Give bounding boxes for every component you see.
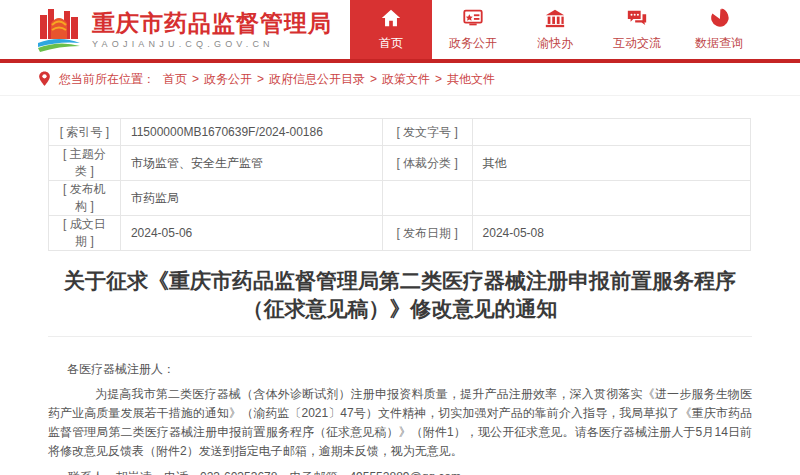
bank-icon bbox=[544, 7, 566, 29]
meta-value-written-date: 2024-05-06 bbox=[120, 216, 382, 251]
breadcrumb-item-policy-docs[interactable]: 政策文件 bbox=[382, 71, 430, 88]
meta-value-subject: 市场监管、安全生产监管 bbox=[120, 146, 382, 181]
site-header: 重庆市药品监督管理局 YAOJIANJU.CQ.GOV.CN 首页 政务公开 bbox=[0, 0, 800, 59]
meta-value-publish-date: 2024-05-08 bbox=[472, 216, 750, 251]
pie-chart-icon bbox=[708, 7, 730, 29]
body-paragraph: 为提高我市第二类医疗器械（含体外诊断试剂）注册申报资料质量，提升产品注册效率，深… bbox=[48, 385, 752, 461]
nav-tab-label: 渝快办 bbox=[537, 35, 573, 52]
nav-tab-label: 首页 bbox=[379, 35, 403, 52]
page-title: 关于征求《重庆市药品监督管理局第二类医疗器械注册申报前置服务程序（征求意见稿）》… bbox=[48, 267, 752, 323]
location-pin-icon bbox=[38, 71, 51, 87]
breadcrumb-separator: > bbox=[257, 72, 264, 86]
nav-tab-label: 政务公开 bbox=[449, 35, 497, 52]
table-row: [ 成文日期 ] 2024-05-06 [ 发布日期 ] 2024-05-08 bbox=[49, 216, 751, 251]
nav-tab-data-query[interactable]: 数据查询 bbox=[678, 0, 760, 59]
meta-label-written-date: [ 成文日期 ] bbox=[49, 216, 121, 251]
nav-tab-home[interactable]: 首页 bbox=[350, 0, 432, 59]
meta-label-doc-no: [ 发文字号 ] bbox=[382, 119, 472, 146]
meta-label-subject: [ 主题分类 ] bbox=[49, 146, 121, 181]
breadcrumb-separator: > bbox=[435, 72, 442, 86]
meta-value-issuer: 市药监局 bbox=[120, 181, 382, 216]
title-divider bbox=[48, 336, 752, 337]
meta-label-genre: [ 体裁分类 ] bbox=[382, 146, 472, 181]
nav-tab-label: 数据查询 bbox=[695, 35, 743, 52]
document-meta-table: [ 索引号 ] 11500000MB1670639F/2024-00186 [ … bbox=[48, 118, 751, 251]
meta-label-publish-date: [ 发布日期 ] bbox=[382, 216, 472, 251]
nav-tab-label: 互动交流 bbox=[613, 35, 661, 52]
main-nav: 首页 政务公开 渝快办 bbox=[350, 0, 760, 59]
main-content: [ 索引号 ] 11500000MB1670639F/2024-00186 [ … bbox=[48, 118, 752, 475]
meta-value-genre: 其他 bbox=[472, 146, 750, 181]
breadcrumb-prefix: 您当前所在位置： bbox=[59, 71, 155, 88]
site-title: 重庆市药品监督管理局 bbox=[92, 10, 332, 36]
chat-icon bbox=[626, 7, 648, 29]
meta-value-index-no: 11500000MB1670639F/2024-00186 bbox=[120, 119, 382, 146]
meta-value-doc-no bbox=[472, 119, 750, 146]
meta-label-issuer: [ 发布机构 ] bbox=[49, 181, 121, 216]
site-domain: YAOJIANJU.CQ.GOV.CN bbox=[92, 39, 332, 49]
logo-building-icon bbox=[36, 5, 82, 55]
table-row: [ 主题分类 ] 市场监管、安全生产监管 [ 体裁分类 ] 其他 bbox=[49, 146, 751, 181]
article-body: 各医疗器械注册人： 为提高我市第二类医疗器械（含体外诊断试剂）注册申报资料质量，… bbox=[48, 360, 752, 475]
meta-value-empty bbox=[472, 181, 750, 216]
meta-label-empty bbox=[382, 181, 472, 216]
breadcrumb-separator: > bbox=[370, 72, 377, 86]
breadcrumb-separator: > bbox=[192, 72, 199, 86]
home-icon bbox=[380, 7, 402, 29]
breadcrumb-item-gov-disclosure[interactable]: 政务公开 bbox=[204, 71, 252, 88]
breadcrumb-item-other-docs[interactable]: 其他文件 bbox=[447, 71, 495, 88]
meta-label-index-no: [ 索引号 ] bbox=[49, 119, 121, 146]
contact-line: 联系人：胡岚凌，电话：023-60353678，电子邮箱：495552889@q… bbox=[68, 468, 752, 475]
nav-tab-yukuaiban[interactable]: 渝快办 bbox=[514, 0, 596, 59]
table-row: [ 索引号 ] 11500000MB1670639F/2024-00186 [ … bbox=[49, 119, 751, 146]
breadcrumb: 您当前所在位置： 首页 > 政务公开 > 政府信息公开目录 > 政策文件 > 其… bbox=[0, 63, 800, 96]
nav-tab-gov-disclosure[interactable]: 政务公开 bbox=[432, 0, 514, 59]
site-logo[interactable]: 重庆市药品监督管理局 YAOJIANJU.CQ.GOV.CN bbox=[0, 0, 332, 59]
breadcrumb-item-home[interactable]: 首页 bbox=[163, 71, 187, 88]
nav-tab-interaction[interactable]: 互动交流 bbox=[596, 0, 678, 59]
breadcrumb-item-info-catalog[interactable]: 政府信息公开目录 bbox=[269, 71, 365, 88]
table-row: [ 发布机构 ] 市药监局 bbox=[49, 181, 751, 216]
monitor-icon bbox=[462, 7, 484, 29]
salutation-text: 各医疗器械注册人： bbox=[67, 360, 752, 379]
